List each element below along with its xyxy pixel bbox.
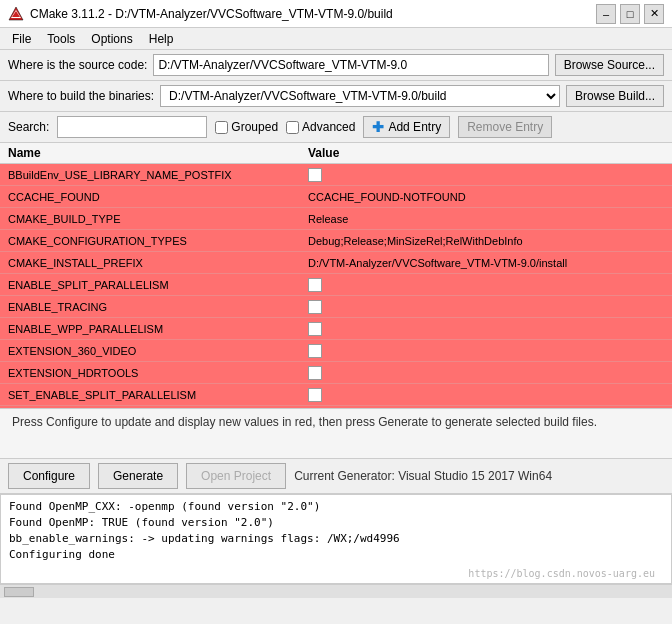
cell-name: ENABLE_SPLIT_PARALLELISM [8, 279, 308, 291]
browse-build-button[interactable]: Browse Build... [566, 85, 664, 107]
cell-name: CCACHE_FOUND [8, 191, 308, 203]
col-name-header: Name [8, 146, 308, 160]
cell-value [308, 168, 664, 182]
cmake-icon [8, 6, 24, 22]
grouped-checkbox-label[interactable]: Grouped [215, 120, 278, 134]
cell-value: D:/VTM-Analyzer/VVCSoftware_VTM-VTM-9.0/… [308, 257, 664, 269]
checkbox-cell[interactable] [308, 168, 322, 182]
table-row[interactable]: ENABLE_TRACING [0, 296, 672, 318]
close-button[interactable]: ✕ [644, 4, 664, 24]
cell-name: BBuildEnv_USE_LIBRARY_NAME_POSTFIX [8, 169, 308, 181]
plus-icon: ✚ [372, 119, 384, 135]
horizontal-scrollbar[interactable] [0, 584, 672, 598]
table-row[interactable]: CMAKE_INSTALL_PREFIXD:/VTM-Analyzer/VVCS… [0, 252, 672, 274]
cell-name: EXTENSION_HDRTOOLS [8, 367, 308, 379]
table-header: Name Value [0, 143, 672, 164]
log-line: Found OpenMP: TRUE (found version "2.0") [9, 515, 663, 531]
cell-value [308, 300, 664, 314]
table-row[interactable]: EXTENSION_HDRTOOLS [0, 362, 672, 384]
checkbox-cell[interactable] [308, 322, 322, 336]
table-row[interactable]: CMAKE_CONFIGURATION_TYPESDebug;Release;M… [0, 230, 672, 252]
menu-tools[interactable]: Tools [39, 30, 83, 48]
advanced-checkbox-label[interactable]: Advanced [286, 120, 355, 134]
hscroll-thumb[interactable] [4, 587, 34, 597]
table-body[interactable]: BBuildEnv_USE_LIBRARY_NAME_POSTFIXCCACHE… [0, 164, 672, 409]
watermark: https://blog.csdn.novos-uarg.eu [468, 568, 655, 579]
build-row: Where to build the binaries: D:/VTM-Anal… [0, 81, 672, 112]
source-input[interactable] [153, 54, 548, 76]
table-row[interactable]: SET_ENABLE_SPLIT_PARALLELISM [0, 384, 672, 406]
remove-entry-button[interactable]: Remove Entry [458, 116, 552, 138]
cell-name: CMAKE_CONFIGURATION_TYPES [8, 235, 308, 247]
generator-label: Current Generator: Visual Studio 15 2017… [294, 469, 552, 483]
cell-name: EXTENSION_360_VIDEO [8, 345, 308, 357]
window-controls: – □ ✕ [596, 4, 664, 24]
checkbox-cell[interactable] [308, 388, 322, 402]
table-row[interactable]: ENABLE_SPLIT_PARALLELISM [0, 274, 672, 296]
search-row: Search: Grouped Advanced ✚ Add Entry Rem… [0, 112, 672, 143]
cell-value [308, 388, 664, 402]
browse-source-button[interactable]: Browse Source... [555, 54, 664, 76]
table-row[interactable]: CMAKE_BUILD_TYPERelease [0, 208, 672, 230]
cell-value: Debug;Release;MinSizeRel;RelWithDebInfo [308, 235, 664, 247]
log-container: Found OpenMP_CXX: -openmp (found version… [0, 494, 672, 584]
menu-help[interactable]: Help [141, 30, 182, 48]
cell-name: SET_ENABLE_SPLIT_PARALLELISM [8, 389, 308, 401]
cell-value [308, 344, 664, 358]
menu-file[interactable]: File [4, 30, 39, 48]
title-bar: CMake 3.11.2 - D:/VTM-Analyzer/VVCSoftwa… [0, 0, 672, 28]
cell-value [308, 278, 664, 292]
cell-name: ENABLE_TRACING [8, 301, 308, 313]
cell-name: CMAKE_BUILD_TYPE [8, 213, 308, 225]
grouped-checkbox[interactable] [215, 121, 228, 134]
window-title: CMake 3.11.2 - D:/VTM-Analyzer/VVCSoftwa… [30, 7, 596, 21]
cell-name: CMAKE_INSTALL_PREFIX [8, 257, 308, 269]
add-entry-button[interactable]: ✚ Add Entry [363, 116, 450, 138]
checkbox-cell[interactable] [308, 344, 322, 358]
table-row[interactable]: CCACHE_FOUNDCCACHE_FOUND-NOTFOUND [0, 186, 672, 208]
status-area: Press Configure to update and display ne… [0, 409, 672, 459]
col-value-header: Value [308, 146, 664, 160]
advanced-checkbox[interactable] [286, 121, 299, 134]
search-label: Search: [8, 120, 49, 134]
open-project-button[interactable]: Open Project [186, 463, 286, 489]
table-row[interactable]: ENABLE_WPP_PARALLELISM [0, 318, 672, 340]
cell-value [308, 366, 664, 380]
menu-options[interactable]: Options [83, 30, 140, 48]
cell-value: Release [308, 213, 664, 225]
log-line: Configuring done [9, 547, 663, 563]
cell-value [308, 322, 664, 336]
generate-button[interactable]: Generate [98, 463, 178, 489]
table-row[interactable]: EXTENSION_360_VIDEO [0, 340, 672, 362]
status-text: Press Configure to update and display ne… [12, 415, 597, 429]
log-line: Found OpenMP_CXX: -openmp (found version… [9, 499, 663, 515]
build-label: Where to build the binaries: [8, 89, 154, 103]
log-area[interactable]: Found OpenMP_CXX: -openmp (found version… [0, 494, 672, 584]
checkbox-cell[interactable] [308, 278, 322, 292]
cell-value: CCACHE_FOUND-NOTFOUND [308, 191, 664, 203]
checkbox-cell[interactable] [308, 366, 322, 380]
cell-name: ENABLE_WPP_PARALLELISM [8, 323, 308, 335]
checkbox-cell[interactable] [308, 300, 322, 314]
log-line: bb_enable_warnings: -> updating warnings… [9, 531, 663, 547]
search-input[interactable] [57, 116, 207, 138]
menu-bar: File Tools Options Help [0, 28, 672, 50]
source-row: Where is the source code: Browse Source.… [0, 50, 672, 81]
source-label: Where is the source code: [8, 58, 147, 72]
minimize-button[interactable]: – [596, 4, 616, 24]
bottom-bar: Configure Generate Open Project Current … [0, 459, 672, 494]
configure-button[interactable]: Configure [8, 463, 90, 489]
maximize-button[interactable]: □ [620, 4, 640, 24]
build-input[interactable]: D:/VTM-Analyzer/VVCSoftware_VTM-VTM-9.0/… [160, 85, 560, 107]
table-row[interactable]: BBuildEnv_USE_LIBRARY_NAME_POSTFIX [0, 164, 672, 186]
